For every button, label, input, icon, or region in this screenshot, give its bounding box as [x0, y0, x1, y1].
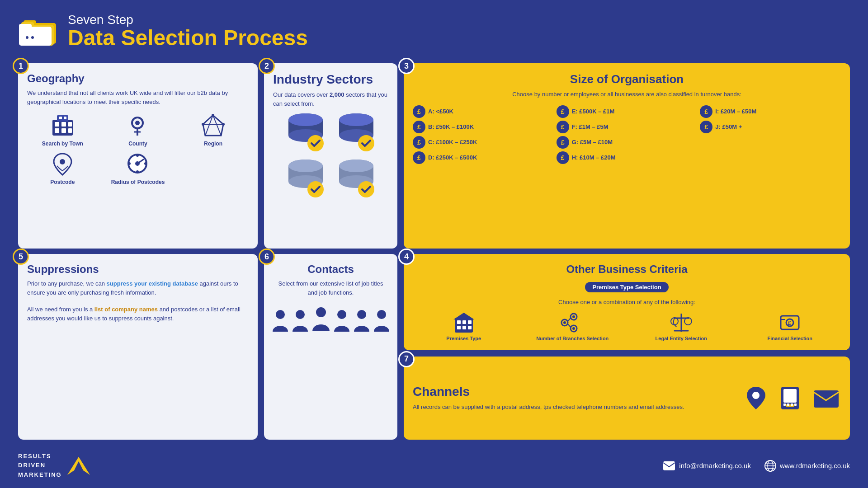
person-icon-1 — [272, 308, 289, 333]
svg-rect-64 — [455, 318, 473, 333]
svg-rect-15 — [57, 115, 68, 122]
svg-point-36 — [128, 162, 131, 165]
size-item-f: £ F: £1M – £5M — [557, 121, 698, 133]
person-icon-5 — [353, 308, 370, 333]
size-label-d: D: £250K – £500K — [428, 154, 477, 161]
svg-point-26 — [212, 114, 214, 117]
channel-icons — [744, 385, 841, 412]
size-label-a: A: <£50K — [428, 108, 453, 115]
footer-right: info@rdmarketing.co.uk www.rdmarketing.c… — [663, 460, 850, 472]
person-icon-4 — [333, 308, 350, 333]
svg-rect-10 — [61, 122, 66, 127]
svg-point-28 — [202, 123, 204, 126]
biz-premises: Premises Type — [413, 311, 515, 341]
biz-branches-label: Number of Branches Selection — [536, 336, 609, 341]
svg-rect-65 — [457, 320, 461, 324]
svg-line-79 — [568, 324, 571, 327]
logo-arrow-icon — [67, 457, 90, 475]
county-label: County — [128, 141, 147, 147]
svg-rect-93 — [783, 404, 786, 406]
branches-icon — [560, 311, 585, 334]
step3-badge: 3 — [398, 58, 415, 74]
right-column: 4 Other Business Criteria Premises Type … — [404, 254, 850, 439]
main-layout: Seven Step Data Selection Process 1 Geog… — [0, 0, 868, 488]
biz-financial-label: Financial Selection — [767, 336, 812, 341]
logo-line3: MARKETING — [18, 470, 62, 480]
biz-premises-label: Premises Type — [446, 336, 481, 341]
geo-icons-grid: Search by Town County — [27, 113, 249, 185]
step5-text2: All we need from you is a list of compan… — [27, 305, 249, 323]
size-item-c: £ C: £100K – £250K — [413, 136, 554, 149]
svg-rect-70 — [468, 326, 472, 329]
svg-point-7 — [31, 36, 34, 39]
size-item-d: £ D: £250K – £500K — [413, 151, 554, 164]
size-item-e: £ E: £500K – £1M — [557, 105, 698, 118]
step4-title: Other Business Criteria — [413, 263, 841, 276]
svg-point-63 — [377, 310, 386, 319]
phone-channel-icon — [778, 385, 802, 412]
size-icon-b: £ — [413, 121, 425, 133]
step2-highlight: 2,000 — [330, 91, 344, 98]
premises-icon — [453, 311, 475, 334]
svg-point-29 — [60, 159, 65, 164]
biz-branches: Number of Branches Selection — [522, 311, 624, 341]
header: Seven Step Data Selection Process — [18, 13, 850, 58]
step2-description: Our data covers over 2,000 sectors that … — [273, 90, 388, 108]
size-icon-e: £ — [557, 105, 569, 118]
size-item-i: £ I: £20M – £50M — [700, 105, 841, 118]
step7-description: All records can be supplied with a posta… — [413, 403, 735, 412]
step5-text1: Prior to any purchase, we can suppress y… — [27, 279, 249, 297]
svg-rect-92 — [786, 404, 794, 407]
person-icon-highlighted — [311, 306, 330, 333]
svg-rect-91 — [783, 389, 797, 403]
step1-description: We understand that not all clients work … — [27, 89, 249, 106]
svg-point-58 — [276, 310, 285, 319]
db-icon-1 — [283, 112, 328, 152]
size-item-h: £ H: £10M – £20M — [557, 151, 698, 164]
svg-point-89 — [752, 392, 760, 399]
header-subtitle: Seven Step — [68, 13, 308, 27]
svg-rect-67 — [468, 320, 472, 324]
size-label-e: E: £500K – £1M — [572, 108, 615, 115]
svg-rect-95 — [791, 404, 793, 406]
size-label-f: F: £1M – £5M — [572, 123, 609, 130]
step3-panel: 3 Size of Organisation Choose by number … — [404, 63, 850, 249]
footer: RESULTS DRIVEN MARKETING info@rdmarketin… — [18, 445, 850, 480]
svg-point-75 — [572, 315, 575, 318]
step4-panel: 4 Other Business Criteria Premises Type … — [404, 254, 850, 350]
contacts-icons — [272, 306, 390, 333]
size-icon-c: £ — [413, 136, 425, 149]
svg-point-37 — [144, 162, 147, 165]
svg-rect-94 — [787, 404, 789, 406]
svg-rect-11 — [68, 122, 72, 127]
business-icons: Premises Type — [413, 311, 841, 341]
size-icon-h: £ — [557, 151, 569, 164]
step2-badge: 2 — [259, 58, 275, 74]
step4-badge-label: Premises Type Selection — [585, 282, 668, 292]
step5-badge: 5 — [13, 249, 29, 265]
svg-point-34 — [136, 154, 139, 157]
size-item-j: £ J: £50M + — [700, 121, 841, 133]
logo-line1: RESULTS — [18, 452, 62, 461]
header-icon — [18, 15, 59, 47]
geo-item-radius: Radius of Postcodes — [103, 151, 174, 185]
svg-point-35 — [136, 170, 139, 173]
database-svg-4 — [334, 158, 379, 198]
svg-rect-5 — [19, 24, 32, 30]
header-text: Seven Step Data Selection Process — [68, 13, 308, 49]
geo-item-region: Region — [178, 113, 249, 147]
svg-point-56 — [339, 160, 373, 172]
person-icon-6 — [373, 308, 390, 333]
svg-point-52 — [307, 181, 324, 197]
svg-marker-71 — [453, 313, 474, 319]
region-label: Region — [204, 141, 222, 147]
region-icon — [200, 113, 227, 138]
db-icon-4 — [334, 158, 379, 198]
size-icon-i: £ — [700, 105, 712, 118]
step5-highlight2: list of company names — [94, 306, 158, 313]
step7-title: Channels — [413, 385, 735, 399]
svg-point-60 — [316, 307, 326, 317]
radius-label: Radius of Postcodes — [111, 179, 165, 185]
step4-badge-container: Premises Type Selection — [413, 279, 841, 295]
svg-rect-100 — [663, 461, 675, 470]
